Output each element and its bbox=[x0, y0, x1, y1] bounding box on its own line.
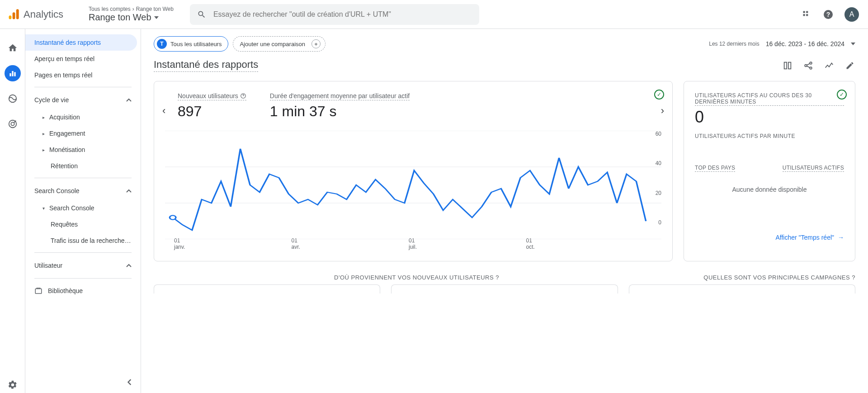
sidebar-collapse-button[interactable] bbox=[124, 377, 135, 388]
sidebar: Instantané des rapports Aperçu en temps … bbox=[25, 29, 141, 393]
insights-icon[interactable] bbox=[824, 60, 835, 71]
caret-down-icon bbox=[154, 16, 159, 19]
svg-rect-10 bbox=[12, 71, 13, 76]
col-active-users: UTILISATEURS ACTIFS bbox=[783, 165, 844, 172]
chevron-right-icon: › bbox=[132, 6, 134, 12]
sidebar-item-snapshot[interactable]: Instantané des rapports bbox=[25, 34, 137, 51]
metric-label: Durée d'engagement moyenne par utilisate… bbox=[270, 92, 410, 100]
chevron-up-icon bbox=[126, 189, 132, 193]
analytics-logo-icon bbox=[7, 8, 20, 21]
caret-down-icon: ▾ bbox=[42, 206, 45, 211]
logo-text: Analytics bbox=[24, 9, 63, 20]
rail-admin-icon[interactable] bbox=[5, 377, 21, 393]
svg-rect-6 bbox=[806, 14, 808, 16]
card-placeholder bbox=[154, 284, 380, 294]
caret-down-icon bbox=[851, 43, 855, 45]
sidebar-group-user[interactable]: Utilisateur bbox=[25, 256, 141, 275]
edit-icon[interactable] bbox=[844, 60, 855, 71]
nav-rail bbox=[0, 29, 25, 393]
breadcrumb-property: Range ton Web bbox=[136, 6, 174, 12]
library-icon bbox=[34, 287, 42, 295]
rail-advertising-icon[interactable] bbox=[5, 116, 21, 132]
toolbar: T Tous les utilisateurs Ajouter une comp… bbox=[154, 29, 855, 55]
metric-avg-engagement[interactable]: Durée d'engagement moyenne par utilisate… bbox=[270, 92, 410, 120]
header-actions: ? A bbox=[801, 7, 859, 22]
sidebar-item-search-traffic[interactable]: Trafic issu de la recherche ... bbox=[25, 232, 141, 249]
x-axis: 01janv. 01avr. 01juil. 01oct. bbox=[165, 237, 661, 250]
metrics-next-button[interactable]: › bbox=[661, 105, 664, 117]
svg-point-14 bbox=[11, 122, 14, 125]
apps-icon[interactable] bbox=[801, 9, 812, 20]
add-comparison-chip[interactable]: Ajouter une comparaison + bbox=[233, 36, 326, 52]
section-title-acquisition: D'OÙ PROVIENNENT VOS NOUVEAUX UTILISATEU… bbox=[154, 274, 499, 281]
sidebar-item-search-console-sub[interactable]: ▾Search Console bbox=[25, 200, 141, 216]
caret-right-icon: ▸ bbox=[42, 147, 45, 152]
caret-right-icon: ▸ bbox=[42, 131, 45, 136]
arrow-right-icon: → bbox=[838, 234, 844, 241]
view-realtime-link[interactable]: Afficher "Temps réel" → bbox=[695, 234, 844, 241]
breadcrumb: Tous les comptes › Range ton Web bbox=[89, 6, 174, 12]
rail-reports-icon[interactable] bbox=[5, 65, 21, 81]
card-placeholder bbox=[391, 284, 618, 294]
property-name: Range ton Web bbox=[89, 12, 174, 23]
share-icon[interactable] bbox=[803, 60, 814, 71]
card-placeholder bbox=[629, 284, 855, 294]
metric-value: 1 min 37 s bbox=[270, 103, 410, 120]
segment-chip-all-users[interactable]: T Tous les utilisateurs bbox=[154, 36, 228, 52]
sidebar-item-realtime-pages[interactable]: Pages en temps réel bbox=[25, 67, 137, 83]
svg-text:?: ? bbox=[826, 11, 830, 18]
sidebar-item-library[interactable]: Bibliothèque bbox=[25, 282, 137, 299]
page-title: Instantané des rapports bbox=[154, 59, 258, 72]
date-range-value: 16 déc. 2023 - 16 déc. 2024 bbox=[766, 40, 844, 47]
segment-badge: T bbox=[157, 39, 167, 49]
realtime-columns: TOP DES PAYS UTILISATEURS ACTIFS bbox=[695, 165, 844, 172]
logo-area[interactable]: Analytics bbox=[7, 8, 83, 21]
date-range-picker[interactable]: Les 12 derniers mois 16 déc. 2023 - 16 d… bbox=[709, 40, 855, 47]
no-data-message: Aucune donnée disponible bbox=[695, 172, 844, 207]
help-icon[interactable]: ? bbox=[823, 9, 834, 20]
customize-icon[interactable] bbox=[782, 60, 793, 71]
search-box[interactable] bbox=[190, 4, 479, 25]
svg-rect-4 bbox=[806, 11, 808, 13]
svg-rect-9 bbox=[9, 73, 11, 76]
avatar[interactable]: A bbox=[844, 7, 859, 22]
svg-rect-2 bbox=[16, 9, 19, 19]
metrics-prev-button[interactable]: ‹ bbox=[162, 105, 165, 117]
sidebar-item-realtime-overview[interactable]: Aperçu en temps réel bbox=[25, 51, 137, 67]
metric-value: 897 bbox=[178, 103, 246, 120]
plus-icon: + bbox=[311, 39, 321, 48]
svg-rect-11 bbox=[14, 72, 15, 76]
section-title-campaigns: QUELLES SONT VOS PRINCIPALES CAMPAGNES ? bbox=[510, 274, 855, 281]
timeseries-chart: 60 40 20 0 bbox=[165, 131, 661, 239]
metric-label: Nouveaux utilisateurs bbox=[178, 92, 246, 100]
sidebar-item-retention[interactable]: Rétention bbox=[25, 158, 141, 174]
svg-rect-17 bbox=[788, 62, 791, 69]
rail-home-icon[interactable] bbox=[5, 40, 21, 56]
svg-rect-3 bbox=[803, 11, 805, 13]
sidebar-item-engagement[interactable]: ▸Engagement bbox=[25, 125, 141, 142]
help-icon bbox=[240, 93, 246, 99]
svg-point-26 bbox=[170, 215, 176, 219]
svg-rect-1 bbox=[13, 12, 15, 19]
chevron-up-icon bbox=[126, 264, 132, 267]
rail-explore-icon[interactable] bbox=[5, 90, 21, 107]
date-range-label: Les 12 derniers mois bbox=[709, 41, 759, 47]
sidebar-group-lifecycle[interactable]: Cycle de vie bbox=[25, 91, 141, 109]
breadcrumb-accounts: Tous les comptes bbox=[89, 6, 131, 12]
property-selector[interactable]: Tous les comptes › Range ton Web Range t… bbox=[83, 4, 174, 24]
metric-new-users[interactable]: Nouveaux utilisateurs 897 bbox=[178, 92, 246, 120]
svg-rect-16 bbox=[784, 62, 787, 69]
realtime-card: ✓ UTILISATEURS ACTIFS AU COURS DES 30 DE… bbox=[684, 81, 855, 261]
sidebar-item-acquisition[interactable]: ▸Acquisition bbox=[25, 109, 141, 125]
search-input[interactable] bbox=[213, 10, 472, 19]
svg-rect-15 bbox=[35, 289, 42, 294]
y-axis: 60 40 20 0 bbox=[656, 131, 661, 226]
sidebar-item-queries[interactable]: Requêtes bbox=[25, 216, 141, 232]
realtime-subtitle: UTILISATEURS ACTIFS PAR MINUTE bbox=[695, 133, 844, 139]
main-content: T Tous les utilisateurs Ajouter une comp… bbox=[141, 29, 868, 393]
realtime-value: 0 bbox=[695, 108, 844, 127]
sidebar-item-monetization[interactable]: ▸Monétisation bbox=[25, 142, 141, 158]
status-check-icon: ✓ bbox=[837, 90, 847, 99]
svg-rect-5 bbox=[803, 14, 805, 16]
sidebar-group-search-console[interactable]: Search Console bbox=[25, 182, 141, 200]
